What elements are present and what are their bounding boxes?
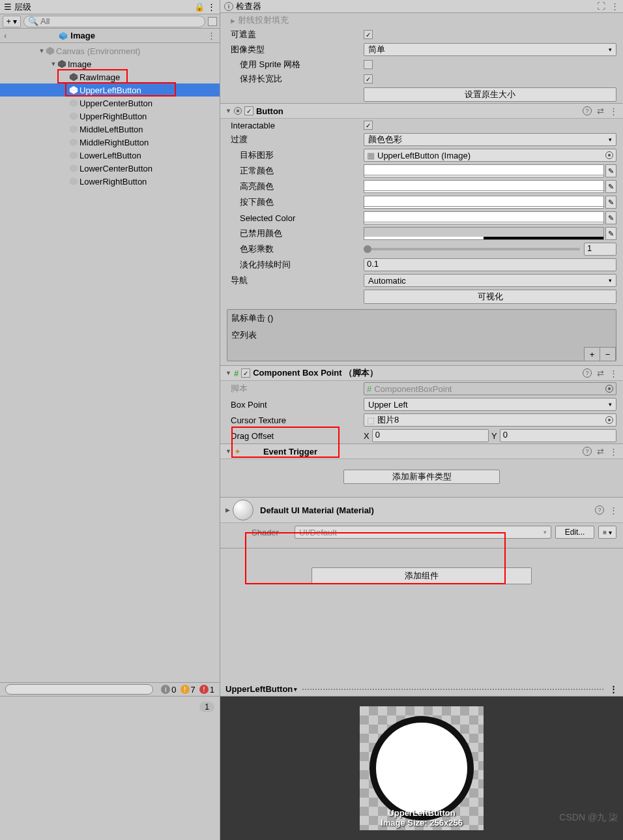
menu-dots-icon[interactable]: ⋮ xyxy=(207,2,216,12)
search-input[interactable]: 🔍 All xyxy=(23,16,205,27)
hierarchy-item[interactable]: MiddleRightButton xyxy=(0,136,220,149)
menu-dots-icon[interactable]: ⋮ xyxy=(611,1,619,11)
onclick-event-box: 鼠标单击 () 空列表 +− xyxy=(227,309,616,361)
pressed-color-field[interactable] xyxy=(364,196,604,209)
preset-icon[interactable]: ⇄ xyxy=(597,106,604,116)
hierarchy-item[interactable]: ▼Canvas (Environment) xyxy=(0,44,220,57)
selected-color-label: Selected Color xyxy=(227,213,364,223)
selected-color-field[interactable] xyxy=(364,211,604,224)
event-trigger-header[interactable]: ▼ ✦ Event Trigger ?⇄⋮ xyxy=(220,443,623,459)
eyedropper-icon[interactable]: ✎ xyxy=(605,211,616,224)
script-icon: # xyxy=(234,368,239,378)
search-input[interactable] xyxy=(5,684,153,695)
preserve-aspect-label: 保持长宽比 xyxy=(227,73,364,85)
add-event-button[interactable]: + xyxy=(585,348,600,361)
script-component-header[interactable]: ▼ # ✓ Component Box Point （脚本） ?⇄⋮ xyxy=(220,365,623,381)
preset-icon[interactable]: ⇄ xyxy=(597,447,604,457)
add-component-button[interactable]: 添加组件 xyxy=(312,567,532,584)
back-icon[interactable]: ‹ xyxy=(4,31,7,40)
hierarchy-title: 层级 xyxy=(14,1,194,13)
info-badge[interactable]: i0 xyxy=(161,685,176,695)
eyedropper-icon[interactable]: ✎ xyxy=(605,227,616,240)
create-button[interactable]: + ▾ xyxy=(3,16,21,27)
hierarchy-item[interactable]: RawImage xyxy=(0,70,220,83)
item-count: 1 xyxy=(199,702,214,712)
hierarchy-toolbar: + ▾ 🔍 All xyxy=(0,14,220,29)
enable-checkbox[interactable]: ✓ xyxy=(244,106,254,115)
error-badge[interactable]: !1 xyxy=(199,685,214,695)
highlight-color-label: 高亮颜色 xyxy=(227,181,364,192)
hierarchy-header: ☰ 层级 🔒 ⋮ xyxy=(0,0,220,14)
disabled-color-field[interactable] xyxy=(364,227,604,240)
help-icon[interactable]: ? xyxy=(583,447,592,456)
visualize-button[interactable]: 可视化 xyxy=(364,290,616,304)
preserve-aspect-checkbox[interactable]: ✓ xyxy=(364,74,373,83)
button-component-header[interactable]: ▼ ✓ Button ?⇄⋮ xyxy=(220,103,623,119)
hierarchy-item[interactable]: UpperLeftButton xyxy=(0,83,220,97)
color-mult-slider[interactable] xyxy=(364,248,580,250)
highlight-color-field[interactable] xyxy=(364,180,604,193)
shader-label: Shader xyxy=(252,528,291,537)
maskable-checkbox[interactable]: ✓ xyxy=(364,30,373,39)
material-icon xyxy=(233,500,254,520)
help-icon[interactable]: ? xyxy=(583,106,592,115)
menu-dots-icon[interactable]: ⋮ xyxy=(609,106,618,116)
box-point-dropdown[interactable]: Upper Left▾ xyxy=(364,398,616,411)
transition-dropdown[interactable]: 颜色色彩▾ xyxy=(364,133,616,146)
fade-duration-input[interactable]: 0.1 xyxy=(364,258,616,271)
hierarchy-item[interactable]: LowerLeftButton xyxy=(0,149,220,162)
edit-button[interactable]: Edit... xyxy=(555,526,594,539)
eyedropper-icon[interactable]: ✎ xyxy=(605,196,616,209)
eyedropper-icon[interactable]: ✎ xyxy=(605,164,616,177)
list-icon[interactable]: ≡ ▾ xyxy=(598,526,616,539)
interactable-checkbox[interactable]: ✓ xyxy=(364,121,373,130)
set-native-size-button[interactable]: 设置原生大小 xyxy=(364,87,616,102)
menu-dots-icon[interactable]: ⋮ xyxy=(207,31,216,40)
menu-dots-icon[interactable]: ⋮ xyxy=(609,368,618,378)
add-event-type-button[interactable]: 添加新事件类型 xyxy=(343,470,500,484)
image-type-dropdown[interactable]: 简单▾ xyxy=(364,43,616,56)
eyedropper-icon[interactable]: ✎ xyxy=(605,180,616,193)
empty-list-label: 空列表 xyxy=(231,329,612,341)
hierarchy-tree: ▼Canvas (Environment)▼ImageRawImageUpper… xyxy=(0,43,220,188)
navigation-dropdown[interactable]: Automatic▾ xyxy=(364,274,616,287)
menu-dots-icon[interactable]: ⋮ xyxy=(609,684,618,694)
hierarchy-item[interactable]: UpperRightButton xyxy=(0,110,220,123)
preview-image: UpperLeftButtonImage Size: 256x256 xyxy=(360,706,484,830)
cube-icon xyxy=(59,31,68,40)
menu-dots-icon[interactable]: ⋮ xyxy=(609,505,618,515)
target-graphic-field[interactable]: ▦UpperLeftButton (Image) xyxy=(364,149,616,162)
hierarchy-item[interactable]: UpperCenterButton xyxy=(0,97,220,110)
pressed-color-label: 按下颜色 xyxy=(227,196,364,208)
interactable-label: Interactable xyxy=(227,121,364,130)
cursor-texture-field[interactable]: ⬚图片8 xyxy=(364,413,616,427)
lock-icon[interactable]: 🔒 xyxy=(194,2,205,12)
help-icon[interactable]: ? xyxy=(595,505,604,515)
hierarchy-item[interactable]: LowerCenterButton xyxy=(0,162,220,175)
preset-icon[interactable]: ⇄ xyxy=(597,368,604,378)
material-header[interactable]: ▶ Default UI Material (Material) ?⋮ xyxy=(220,497,623,523)
hierarchy-item[interactable]: MiddleLeftButton xyxy=(0,123,220,136)
enable-checkbox[interactable]: ✓ xyxy=(241,368,250,378)
help-icon[interactable]: ? xyxy=(583,368,592,378)
menu-dots-icon[interactable]: ⋮ xyxy=(609,447,618,457)
drag-x-input[interactable]: 0 xyxy=(372,429,489,442)
hierarchy-item[interactable]: ▼Image xyxy=(0,57,220,70)
shader-dropdown[interactable]: UI/Default▾ xyxy=(295,526,551,539)
warn-badge[interactable]: !7 xyxy=(181,685,196,695)
preview-panel: UpperLeftButton▾ ⋮ UpperLeftButtonImage … xyxy=(220,682,623,840)
preview-header: UpperLeftButton▾ ⋮ xyxy=(220,682,623,697)
filter-button[interactable] xyxy=(208,17,217,26)
target-graphic-label: 目标图形 xyxy=(227,149,364,161)
drag-y-input[interactable]: 0 xyxy=(500,429,616,442)
normal-color-label: 正常颜色 xyxy=(227,165,364,177)
drag-offset-label: Drag Offset xyxy=(227,431,364,441)
raycast-fill-label: 射线投射填充 xyxy=(238,15,289,25)
color-mult-input[interactable]: 1 xyxy=(584,243,616,256)
remove-event-button[interactable]: − xyxy=(600,348,616,361)
use-sprite-mesh-checkbox[interactable] xyxy=(364,60,373,69)
hierarchy-item[interactable]: LowerRightButton xyxy=(0,175,220,188)
normal-color-field[interactable] xyxy=(364,164,604,177)
disabled-color-label: 已禁用颜色 xyxy=(227,228,364,239)
expand-icon[interactable]: ⛶ xyxy=(597,1,605,11)
